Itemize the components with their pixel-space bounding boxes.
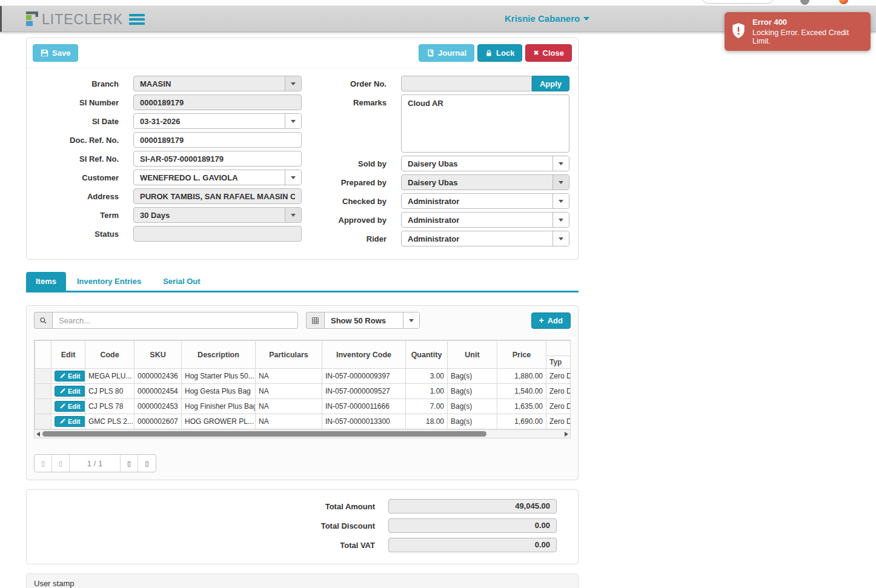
cell-particulars: NA — [256, 384, 322, 399]
tab-inventory-entries[interactable]: Inventory Entries — [66, 272, 152, 291]
chevron-down-icon[interactable] — [552, 213, 569, 227]
lock-button[interactable]: Lock — [477, 44, 522, 62]
page-last-button[interactable]: ▯ — [138, 455, 156, 472]
close-button[interactable]: ✖ Close — [525, 44, 572, 62]
col-quantity[interactable]: Quantity — [406, 341, 448, 369]
chevron-down-icon[interactable] — [403, 312, 419, 328]
search-icon[interactable] — [34, 312, 52, 329]
col-discount[interactable]: Disc — [546, 341, 571, 356]
checked-by-select[interactable]: Administrator — [401, 193, 569, 209]
row-selector-cell[interactable] — [35, 414, 51, 429]
row-selector-cell[interactable] — [35, 399, 51, 414]
edit-button[interactable]: Edit — [55, 416, 85, 427]
cell-inventory-code: IN-057-0000009397 — [322, 369, 406, 384]
chevron-down-icon[interactable] — [285, 208, 301, 222]
rider-select[interactable]: Administrator — [401, 231, 569, 246]
order-no-field[interactable] — [401, 76, 532, 91]
page-next-button[interactable]: ▯ — [121, 455, 138, 472]
si-number-field — [133, 94, 302, 110]
chevron-down-icon[interactable] — [552, 231, 569, 246]
edit-button[interactable]: Edit — [55, 386, 85, 397]
add-button[interactable]: +Add — [531, 312, 571, 329]
horizontal-scrollbar[interactable] — [35, 429, 570, 438]
journal-button[interactable]: Journal — [419, 44, 474, 62]
si-ref-no-field[interactable] — [133, 151, 302, 167]
term-select[interactable]: 30 Days — [133, 207, 302, 223]
col-code[interactable]: Code — [85, 341, 134, 369]
address-label: Address — [34, 188, 133, 201]
search-input[interactable] — [52, 312, 298, 329]
si-ref-no-label: SI Ref. No. — [34, 151, 133, 164]
cell-code: CJ PLS 80 — [85, 384, 134, 399]
items-tbody: Edit MEGA PLU... 0000002436 Hog Starter … — [35, 369, 571, 429]
items-table-container: Edit Code SKU Description Particulars In… — [34, 340, 571, 438]
col-particulars[interactable]: Particulars — [256, 341, 322, 369]
chevron-down-icon[interactable] — [285, 76, 301, 91]
show-rows-select[interactable]: Show 50 Rows — [324, 312, 420, 329]
cell-inventory-code: IN-057-0000013300 — [322, 414, 406, 429]
prepared-by-select[interactable]: Daisery Ubas — [401, 174, 569, 190]
cell-description: Hog Starter Plus 50... — [182, 369, 256, 384]
sold-by-select[interactable]: Daisery Ubas — [401, 156, 569, 171]
doc-ref-no-field[interactable] — [133, 132, 302, 148]
prepared-by-label: Prepared by — [303, 174, 401, 187]
remarks-textarea[interactable]: Cloud AR — [401, 94, 569, 153]
user-menu[interactable]: Krisnie Cabanero — [505, 13, 589, 24]
chevron-down-icon[interactable] — [552, 156, 569, 171]
cell-quantity: 3.00 — [406, 369, 448, 384]
scroll-left-icon[interactable] — [36, 432, 40, 437]
customer-select[interactable]: WENEFREDO L. GAVIOLA — [133, 170, 302, 185]
menu-hamburger-icon[interactable] — [129, 14, 145, 27]
total-discount-label: Total Discount — [27, 521, 388, 530]
error-toast[interactable]: Error 400 Locking Error. Exceed Credit L… — [725, 12, 871, 51]
chevron-down-icon[interactable] — [285, 170, 301, 185]
save-icon — [41, 49, 48, 57]
si-date-select[interactable]: 03-31-2026 — [133, 113, 302, 129]
checked-by-label: Checked by — [303, 193, 401, 206]
branch-select[interactable]: MAASIN — [133, 76, 302, 91]
cell-unit: Bag(s) — [448, 369, 497, 384]
remarks-label: Remarks — [303, 94, 401, 107]
edit-button[interactable]: Edit — [55, 371, 85, 382]
tab-items[interactable]: Items — [26, 272, 66, 291]
save-button[interactable]: Save — [33, 44, 78, 62]
page-first-button[interactable]: ▯ — [35, 455, 52, 472]
close-icon: ✖ — [533, 49, 539, 57]
cell-code: CJ PLS 78 — [85, 399, 134, 414]
status-field — [133, 226, 302, 242]
pencil-icon — [59, 388, 65, 394]
col-description[interactable]: Description — [182, 341, 256, 369]
scrollbar-thumb[interactable] — [42, 431, 486, 437]
cell-discount: Zero Dis — [546, 369, 571, 384]
chevron-down-icon[interactable] — [285, 114, 301, 128]
chevron-down-icon[interactable] — [552, 175, 569, 190]
row-selector-cell[interactable] — [35, 369, 51, 384]
col-unit[interactable]: Unit — [448, 341, 497, 369]
table-row: Edit GMC PLS 2... 0000002607 HOG GROWER … — [35, 414, 571, 429]
cell-description: HOG GROWER PL... — [182, 414, 256, 429]
page-prev-button[interactable]: ▯ — [52, 455, 70, 472]
table-grid-icon — [306, 312, 324, 329]
cell-price: 1,880.00 — [497, 369, 546, 384]
chevron-down-icon[interactable] — [552, 194, 569, 208]
table-row: Edit CJ PLS 80 0000002454 Hog Gesta Plus… — [35, 384, 571, 399]
approved-by-select[interactable]: Administrator — [401, 212, 569, 228]
cell-sku: 0000002436 — [134, 369, 182, 384]
status-label: Status — [34, 226, 133, 239]
col-price[interactable]: Price — [497, 341, 546, 369]
tab-serial-out[interactable]: Serial Out — [152, 272, 211, 291]
logo-text: LITECLERK — [42, 12, 123, 28]
app-logo: LITECLERK — [26, 12, 123, 28]
scroll-right-icon[interactable] — [565, 432, 568, 437]
col-edit[interactable]: Edit — [51, 341, 85, 369]
row-selector-cell[interactable] — [35, 384, 51, 399]
toast-title: Error 400 — [752, 18, 864, 27]
total-amount-label: Total Amount — [27, 502, 388, 511]
apply-button[interactable]: Apply — [532, 76, 569, 91]
edit-button[interactable]: Edit — [55, 401, 85, 412]
col-sku[interactable]: SKU — [134, 341, 182, 369]
branch-label: Branch — [34, 76, 133, 88]
customer-label: Customer — [34, 170, 133, 182]
col-inventory-code[interactable]: Inventory Code — [322, 341, 406, 369]
pencil-icon — [59, 418, 65, 424]
